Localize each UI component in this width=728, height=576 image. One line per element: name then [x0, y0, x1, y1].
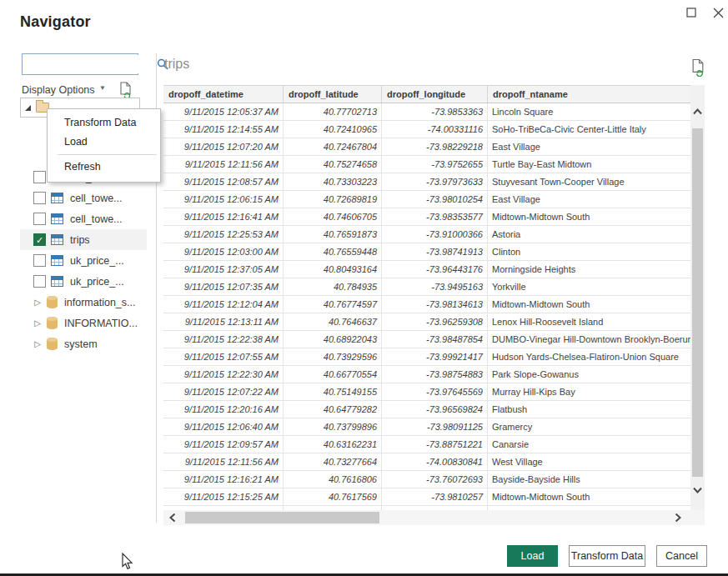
table-row: 9/11/2015 12:14:55 AM40.72410965-74.0033…	[163, 121, 690, 138]
tree-item-label: trips	[70, 234, 90, 246]
checkbox[interactable]: ✓	[33, 233, 46, 246]
menu-item-load[interactable]: Load	[48, 133, 160, 152]
collapsed-arrow-icon[interactable]: ▷	[32, 318, 43, 328]
sidebar-item-informatio[interactable]: ▷INFORMATIO...	[20, 313, 147, 333]
sidebar-item-uk-price[interactable]: uk_price_...	[20, 271, 147, 292]
tree-item-label: uk_price_...	[70, 276, 124, 288]
cancel-button[interactable]: Cancel	[656, 545, 707, 567]
transform-data-button[interactable]: Transform Data	[569, 545, 645, 567]
preview-table: dropoff_datetimedropoff_latitudedropoff_…	[163, 85, 705, 510]
cell-dropoff_ntaname: Bayside-Bayside Hills	[488, 471, 690, 488]
cell-dropoff_ntaname: Clinton	[488, 243, 690, 261]
menu-separator	[58, 154, 157, 155]
cell-dropoff_ntaname: Murray Hill-Kips Bay	[488, 383, 690, 401]
tree-item-label: uk_price_...	[70, 255, 124, 267]
menu-item-transform-data[interactable]: Transform Data	[48, 113, 160, 133]
cell-dropoff_latitude: 40.77702713	[284, 103, 382, 121]
cell-dropoff_latitude: 40.72467804	[284, 138, 382, 156]
cell-dropoff_longitude: -74.00830841	[382, 453, 488, 471]
column-header-dropoff_ntaname[interactable]: dropoff_ntaname	[488, 86, 690, 103]
cell-dropoff_longitude: -73.98010254	[382, 191, 488, 208]
tree-item-label: information_s...	[64, 297, 135, 308]
cell-dropoff_latitude: 40.72410965	[284, 121, 382, 138]
cell-dropoff_datetime: 9/11/2015 12:08:57 AM	[163, 173, 284, 191]
cell-dropoff_ntaname: Midtown-Midtown South	[488, 488, 690, 506]
search-box	[22, 53, 138, 75]
cell-dropoff_latitude: 40.73799896	[284, 418, 382, 436]
collapsed-arrow-icon[interactable]: ▷	[32, 339, 43, 348]
cell-dropoff_ntaname: Yorkville	[488, 278, 690, 296]
collapsed-arrow-icon[interactable]: ▷	[32, 298, 43, 307]
column-header-dropoff_longitude[interactable]: dropoff_longitude	[382, 86, 488, 103]
table-row: 9/11/2015 12:22:38 AM40.68922043-73.9848…	[163, 331, 690, 348]
sidebar-item-cell-towe[interactable]: cell_towe...	[20, 208, 147, 229]
table-icon	[51, 193, 63, 203]
maximize-icon[interactable]	[684, 5, 699, 20]
cell-dropoff_ntaname: East Village	[488, 191, 690, 208]
column-header-dropoff_latitude[interactable]: dropoff_latitude	[284, 86, 382, 103]
cell-dropoff_longitude: -73.96443176	[382, 261, 488, 278]
database-icon	[47, 338, 58, 350]
cell-dropoff_datetime: 9/11/2015 12:07:35 AM	[163, 278, 284, 296]
scroll-left-icon[interactable]	[168, 512, 178, 527]
table-icon	[51, 276, 63, 287]
sidebar-item-trips[interactable]: ✓trips	[20, 229, 147, 250]
load-button[interactable]: Load	[507, 545, 558, 567]
table-row: 9/11/2015 12:07:35 AM40.784935-73.949516…	[163, 278, 690, 296]
checkbox[interactable]	[33, 275, 46, 288]
horizontal-scroll-thumb[interactable]	[185, 512, 379, 523]
cell-dropoff_latitude: 40.7646637	[284, 313, 382, 331]
checkbox[interactable]	[33, 192, 46, 204]
preview-title: trips	[164, 57, 189, 72]
cell-dropoff_longitude: -73.98353577	[382, 208, 488, 226]
cell-dropoff_longitude: -73.99921417	[382, 348, 488, 366]
vertical-scrollbar[interactable]	[690, 85, 705, 510]
cell-dropoff_latitude: 40.73303223	[284, 173, 382, 191]
horizontal-scrollbar[interactable]	[163, 510, 705, 525]
search-input[interactable]	[23, 55, 157, 73]
cell-dropoff_datetime: 9/11/2015 12:06:40 AM	[163, 418, 284, 436]
column-header-dropoff_datetime[interactable]: dropoff_datetime	[163, 86, 284, 103]
checkbox[interactable]	[33, 213, 46, 225]
close-icon[interactable]	[710, 5, 725, 20]
scroll-right-icon[interactable]	[673, 512, 683, 527]
expanded-arrow-icon[interactable]	[25, 105, 31, 111]
cell-dropoff_latitude: 40.76774597	[284, 296, 382, 313]
vertical-scroll-thumb[interactable]	[692, 128, 703, 477]
cell-dropoff_latitude: 40.784935	[284, 278, 382, 296]
context-menu: Transform DataLoadRefresh	[47, 108, 161, 183]
table-icon	[51, 234, 63, 245]
table-row: 9/11/2015 12:12:04 AM40.76774597-73.9813…	[163, 296, 690, 313]
checkbox[interactable]	[33, 254, 46, 267]
cell-dropoff_longitude: -73.91000366	[382, 226, 488, 243]
cell-dropoff_datetime: 9/11/2015 12:07:22 AM	[163, 383, 284, 401]
sidebar-item-cell-towe[interactable]: cell_towe...	[20, 188, 147, 208]
sidebar-item-information-s[interactable]: ▷information_s...	[20, 292, 147, 313]
cell-dropoff_latitude: 40.76559448	[284, 243, 382, 261]
tree-item-label: cell_towe...	[70, 213, 123, 225]
cell-dropoff_ntaname: Midtown-Midtown South	[488, 208, 690, 226]
table-row: 9/11/2015 12:22:30 AM40.66770554-73.9875…	[163, 366, 690, 383]
sidebar-item-uk-price[interactable]: uk_price_...	[20, 250, 147, 271]
cell-dropoff_longitude: -73.98091125	[382, 418, 488, 436]
dialog-title: Navigator	[20, 13, 91, 31]
display-options-dropdown[interactable]: Display Options	[22, 84, 95, 96]
checkbox[interactable]	[33, 171, 46, 183]
cell-dropoff_ntaname: Hudson Yards-Chelsea-Flatiron-Union Squa…	[488, 348, 690, 366]
cell-dropoff_latitude: 40.74606705	[284, 208, 382, 226]
tree-item-label: system	[64, 338, 98, 350]
cell-dropoff_datetime: 9/11/2015 12:07:55 AM	[163, 348, 284, 366]
cell-dropoff_datetime: 9/11/2015 12:09:57 AM	[163, 436, 284, 453]
cell-dropoff_datetime: 9/11/2015 12:37:05 AM	[163, 261, 284, 278]
table-row: 9/11/2015 12:20:16 AM40.64779282-73.9656…	[163, 401, 690, 418]
cell-dropoff_datetime: 9/11/2015 12:05:37 AM	[163, 103, 284, 121]
scroll-down-icon[interactable]	[691, 483, 704, 498]
refresh-preview-icon[interactable]	[691, 58, 706, 80]
table-row: 9/11/2015 12:03:00 AM40.76559448-73.9874…	[163, 243, 690, 261]
menu-item-refresh[interactable]: Refresh	[48, 158, 160, 177]
chevron-down-icon[interactable]: ▼	[99, 84, 106, 92]
cell-dropoff_ntaname: Midtown-Midtown South	[488, 296, 690, 313]
sidebar-item-system[interactable]: ▷system	[20, 333, 147, 354]
cell-dropoff_latitude: 40.66770554	[284, 366, 382, 383]
scroll-up-icon[interactable]	[691, 105, 704, 120]
